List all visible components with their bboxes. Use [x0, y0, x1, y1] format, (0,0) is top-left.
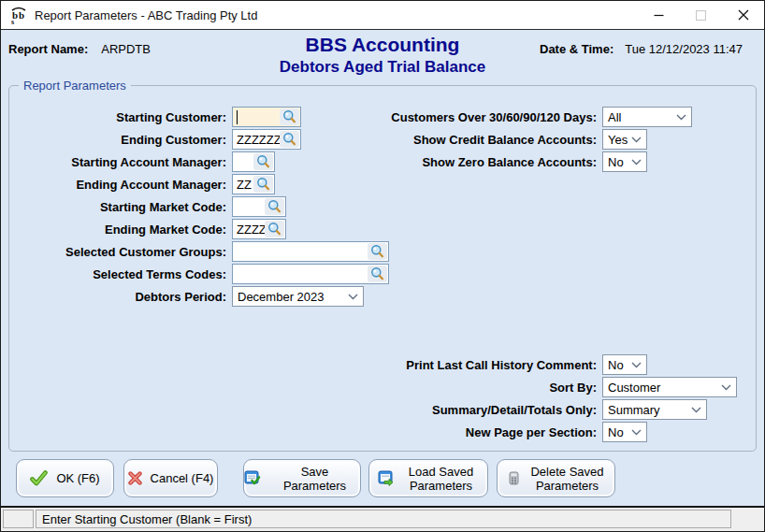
chevron-down-icon: [628, 429, 642, 436]
chevron-down-icon: [672, 114, 686, 121]
starting-account-manager-label: Starting Account Manager:: [19, 155, 226, 169]
summary-detail-totals-select[interactable]: Summary: [602, 399, 707, 420]
sort-by-label: Sort By:: [389, 381, 597, 395]
selected-terms-codes-input[interactable]: [232, 264, 389, 284]
load-icon: [378, 470, 395, 486]
load-saved-parameters-button[interactable]: Load Saved Parameters: [368, 459, 488, 497]
selected-terms-codes-label: Selected Terms Codes:: [19, 267, 226, 281]
save-icon: [244, 470, 261, 486]
chevron-down-icon: [628, 362, 642, 368]
delete-saved-parameters-button[interactable]: Delete Saved Parameters: [497, 459, 615, 497]
sort-by-select[interactable]: Customer: [602, 377, 737, 397]
titlebar: b b s Report Parameters - ABC Trading Pt…: [1, 1, 764, 30]
status-message: Enter Starting Customer (Blank = First): [36, 510, 731, 528]
maximize-icon: [696, 10, 706, 21]
x-icon: [128, 471, 142, 485]
customers-over-days-label: Customers Over 30/60/90/120 Days:: [389, 110, 597, 124]
ending-customer-search-icon[interactable]: [280, 131, 299, 148]
delete-icon: [507, 470, 521, 486]
print-last-call-history-select[interactable]: No: [602, 354, 647, 375]
ending-customer-label: Ending Customer:: [19, 133, 226, 147]
close-button[interactable]: [722, 1, 764, 29]
status-left-panel: [3, 510, 34, 528]
ending-market-code-search-icon[interactable]: [265, 221, 284, 237]
customers-over-days-select[interactable]: All: [602, 107, 692, 127]
chevron-down-icon: [344, 294, 358, 300]
ok-button[interactable]: OK (F6): [16, 459, 114, 497]
ending-market-code-input[interactable]: ZZZZ: [232, 219, 286, 239]
chevron-down-icon: [628, 159, 642, 165]
ending-account-manager-search-icon[interactable]: [253, 176, 273, 193]
show-credit-balance-label: Show Credit Balance Accounts:: [389, 133, 597, 147]
summary-detail-totals-label: Summary/Detail/Totals Only:: [389, 403, 597, 417]
minimize-button[interactable]: [638, 1, 680, 29]
page-title: Debtors Aged Trial Balance: [1, 57, 764, 78]
save-parameters-button[interactable]: Save Parameters: [243, 459, 361, 497]
selected-terms-codes-search-icon[interactable]: [368, 266, 387, 282]
new-page-per-section-label: New Page per Section:: [389, 425, 597, 439]
starting-account-manager-search-icon[interactable]: [253, 153, 273, 170]
ending-account-manager-label: Ending Account Manager:: [19, 178, 226, 192]
right-parameter-column-bottom: Print Last Call History Comment: No Sort…: [389, 353, 737, 443]
left-parameter-column: Starting Customer: Ending Customer: ZZZZ…: [19, 106, 389, 308]
chevron-down-icon: [717, 384, 731, 391]
selected-customer-groups-search-icon[interactable]: [368, 243, 387, 260]
datetime-label: Date & Time:: [540, 42, 613, 56]
starting-market-code-label: Starting Market Code:: [19, 200, 226, 214]
right-parameter-column-top: Customers Over 30/60/90/120 Days: All Sh…: [389, 106, 692, 173]
chevron-down-icon: [687, 407, 701, 413]
starting-customer-search-icon[interactable]: [280, 108, 299, 125]
minimize-icon: [654, 10, 664, 21]
window-title: Report Parameters - ABC Trading Pty Ltd: [35, 8, 257, 22]
check-icon: [30, 470, 48, 486]
button-bar: OK (F6) Cancel (F4) Save Parameters Load…: [1, 457, 764, 500]
selected-customer-groups-label: Selected Customer Groups:: [19, 245, 226, 259]
show-zero-balance-select[interactable]: No: [602, 151, 647, 172]
datetime-value: Tue 12/12/2023 11:47: [625, 42, 743, 56]
status-bar: Enter Starting Customer (Blank = First): [1, 506, 764, 531]
report-parameters-window: b b s Report Parameters - ABC Trading Pt…: [0, 0, 765, 532]
debtors-period-label: Debtors Period:: [19, 290, 226, 304]
ending-account-manager-input[interactable]: ZZ: [232, 174, 275, 194]
ending-customer-input[interactable]: ZZZZZZ: [232, 129, 301, 150]
report-header: Report Name:ARPDTB BBS Accounting Debtor…: [1, 31, 764, 85]
starting-account-manager-input[interactable]: [232, 151, 275, 172]
starting-customer-input[interactable]: [232, 107, 301, 127]
show-zero-balance-label: Show Zero Balance Accounts:: [389, 155, 597, 169]
print-last-call-history-label: Print Last Call History Comment:: [389, 358, 597, 372]
maximize-button[interactable]: [680, 1, 722, 29]
starting-market-code-search-icon[interactable]: [265, 198, 284, 215]
starting-market-code-input[interactable]: [232, 196, 286, 217]
chevron-down-icon: [628, 137, 642, 143]
datetime: Date & Time:Tue 12/12/2023 11:47: [540, 42, 755, 56]
show-credit-balance-select[interactable]: Yes: [602, 129, 647, 150]
selected-customer-groups-input[interactable]: [232, 241, 389, 262]
close-icon: [738, 9, 749, 21]
cancel-button[interactable]: Cancel (F4): [123, 459, 218, 497]
svg-text:s: s: [11, 18, 14, 25]
text-cursor: [237, 110, 238, 124]
debtors-period-select[interactable]: December 2023: [232, 286, 364, 307]
starting-customer-label: Starting Customer:: [19, 110, 226, 124]
report-parameters-groupbox: Report Parameters Starting Customer: End…: [8, 85, 757, 452]
groupbox-label: Report Parameters: [19, 79, 131, 93]
ending-market-code-label: Ending Market Code:: [19, 223, 226, 237]
svg-text:b: b: [19, 9, 24, 21]
new-page-per-section-select[interactable]: No: [602, 422, 647, 442]
bbs-logo-icon: b b s: [8, 5, 29, 25]
